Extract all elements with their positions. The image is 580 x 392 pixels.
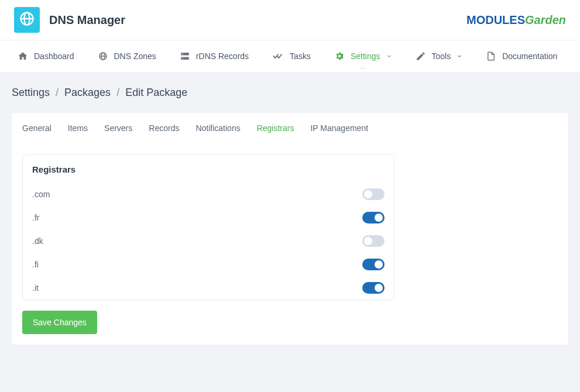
pencil-icon xyxy=(416,51,426,61)
tab-label: Registrars xyxy=(257,123,294,133)
chevron-down-icon xyxy=(386,53,392,59)
brand-modules: MODULES xyxy=(466,13,525,26)
registrar-row-it: .it xyxy=(23,276,394,300)
toggle-knob xyxy=(375,214,383,222)
settings-card: General Items Servers Records Notificati… xyxy=(12,113,568,345)
registrar-row-com: .com xyxy=(23,183,394,206)
gear-icon xyxy=(334,51,345,61)
registrar-tld: .dk xyxy=(32,236,43,246)
app-header: DNS Manager MODULESGarden xyxy=(0,0,580,40)
registrars-panel: Registrars .com .fr .dk xyxy=(22,154,394,300)
server-icon xyxy=(180,51,190,61)
svg-point-9 xyxy=(182,58,183,59)
registrar-tld: .fi xyxy=(32,260,39,269)
toggle-knob xyxy=(364,237,372,245)
registrar-tld: .com xyxy=(32,190,50,199)
nav-dashboard[interactable]: Dashboard xyxy=(7,40,85,72)
nav-rdns[interactable]: rDNS Records xyxy=(169,40,259,72)
card-body: Registrars .com .fr .dk xyxy=(12,144,568,345)
nav-tools[interactable]: Tools xyxy=(405,40,473,72)
chevron-down-icon xyxy=(457,53,462,59)
nav-label: Dashboard xyxy=(34,51,74,61)
brand-logo: MODULESGarden xyxy=(466,13,566,27)
app-logo xyxy=(14,7,40,33)
svg-rect-7 xyxy=(181,57,189,60)
nav-label: Documentation xyxy=(502,51,557,61)
nav-label: rDNS Records xyxy=(196,51,249,61)
tab-servers[interactable]: Servers xyxy=(104,123,132,135)
brand-garden: Garden xyxy=(525,13,566,26)
nav-dns-zones[interactable]: DNS Zones xyxy=(87,40,167,72)
globe-icon xyxy=(98,51,108,61)
breadcrumb-sep: / xyxy=(116,87,119,99)
svg-point-8 xyxy=(182,54,183,55)
registrar-row-fi: .fi xyxy=(23,253,394,276)
breadcrumb-root[interactable]: Settings xyxy=(12,87,50,99)
panel-title: Registrars xyxy=(23,155,394,183)
content-area: Settings / Packages / Edit Package Gener… xyxy=(0,73,580,392)
tab-records[interactable]: Records xyxy=(149,123,179,135)
nav-active-caret xyxy=(359,68,367,73)
toggle-it[interactable] xyxy=(362,282,385,294)
tab-items[interactable]: Items xyxy=(68,123,88,135)
nav-settings[interactable]: Settings xyxy=(324,40,403,72)
nav-label: Tools xyxy=(432,51,451,61)
registrar-tld: .fr xyxy=(32,213,39,222)
registrar-row-dk: .dk xyxy=(23,229,394,253)
nav-label: Tasks xyxy=(290,51,311,61)
toggle-knob xyxy=(364,190,372,198)
checklist-icon xyxy=(272,51,284,61)
toggle-knob xyxy=(375,260,383,269)
tab-notifications[interactable]: Notifications xyxy=(195,123,240,135)
toggle-fi[interactable] xyxy=(362,259,385,270)
home-icon xyxy=(18,51,28,61)
breadcrumb-current: Edit Package xyxy=(125,87,187,99)
toggle-dk[interactable] xyxy=(362,235,385,247)
globe-icon xyxy=(19,11,35,29)
nav-documentation[interactable]: Documentation xyxy=(475,40,568,72)
tabs: General Items Servers Records Notificati… xyxy=(12,113,568,144)
registrar-row-fr: .fr xyxy=(23,206,394,229)
header-left: DNS Manager xyxy=(14,7,125,33)
tab-registrars[interactable]: Registrars xyxy=(257,123,294,135)
breadcrumb-sep: / xyxy=(56,87,59,99)
app-title: DNS Manager xyxy=(49,13,125,27)
toggle-fr[interactable] xyxy=(362,212,385,223)
nav-label: DNS Zones xyxy=(114,51,156,61)
main-nav: Dashboard DNS Zones rDNS Records Tasks S… xyxy=(0,40,580,73)
tab-general[interactable]: General xyxy=(22,123,52,135)
breadcrumb-mid[interactable]: Packages xyxy=(64,87,111,99)
toggle-com[interactable] xyxy=(362,188,385,200)
document-icon xyxy=(486,51,496,61)
breadcrumb: Settings / Packages / Edit Package xyxy=(12,87,568,99)
toggle-knob xyxy=(375,284,383,292)
nav-label: Settings xyxy=(351,51,380,61)
nav-tasks[interactable]: Tasks xyxy=(262,40,321,72)
svg-rect-6 xyxy=(181,53,189,56)
registrar-tld: .it xyxy=(32,283,39,293)
tab-ip-management[interactable]: IP Management xyxy=(310,123,368,135)
save-button[interactable]: Save Changes xyxy=(22,311,97,334)
